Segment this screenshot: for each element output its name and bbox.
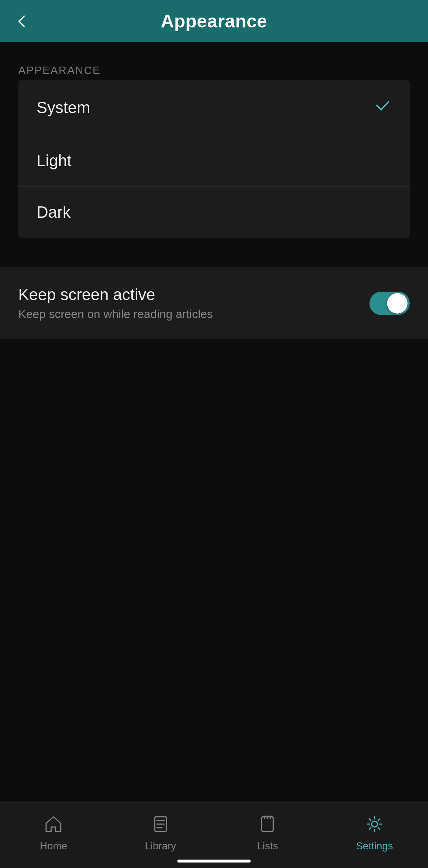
- section-label: APPEARANCE: [18, 64, 410, 76]
- option-dark-label: Dark: [37, 203, 71, 221]
- nav-item-lists[interactable]: Lists: [214, 812, 321, 852]
- nav-item-home[interactable]: Home: [0, 812, 107, 852]
- library-icon: [148, 812, 173, 837]
- nav-label-home: Home: [40, 840, 67, 852]
- keep-screen-subtitle: Keep screen on while reading articles: [18, 307, 358, 321]
- nav-label-library: Library: [145, 840, 176, 852]
- home-icon: [41, 812, 66, 837]
- home-indicator: [177, 860, 251, 863]
- system-check-icon: [374, 97, 391, 118]
- nav-label-lists: Lists: [257, 840, 278, 852]
- bottom-nav: Home Library Lists: [0, 802, 428, 868]
- options-list: System Light Dark: [18, 80, 410, 238]
- nav-item-settings[interactable]: Settings: [321, 812, 428, 852]
- option-light-label: Light: [37, 151, 71, 170]
- option-system[interactable]: System: [18, 80, 410, 135]
- page-title: Appearance: [161, 11, 267, 32]
- back-button[interactable]: [15, 14, 29, 29]
- nav-item-library[interactable]: Library: [107, 812, 214, 852]
- header: Appearance: [0, 0, 428, 42]
- spacer: [0, 245, 428, 267]
- option-dark[interactable]: Dark: [18, 187, 410, 238]
- keep-screen-text: Keep screen active Keep screen on while …: [18, 285, 358, 321]
- bottom-fill: [0, 339, 428, 802]
- keep-screen-toggle[interactable]: [369, 292, 410, 315]
- option-light[interactable]: Light: [18, 135, 410, 187]
- appearance-section: APPEARANCE System Light Dark: [0, 42, 428, 245]
- settings-icon: [362, 812, 387, 837]
- keep-screen-section: Keep screen active Keep screen on while …: [0, 267, 428, 339]
- svg-point-4: [372, 821, 378, 827]
- keep-screen-title: Keep screen active: [18, 285, 358, 304]
- content-area: APPEARANCE System Light Dark: [0, 42, 428, 802]
- option-system-label: System: [37, 98, 90, 117]
- nav-label-settings: Settings: [356, 840, 393, 852]
- lists-icon: [255, 812, 280, 837]
- toggle-knob: [387, 293, 408, 314]
